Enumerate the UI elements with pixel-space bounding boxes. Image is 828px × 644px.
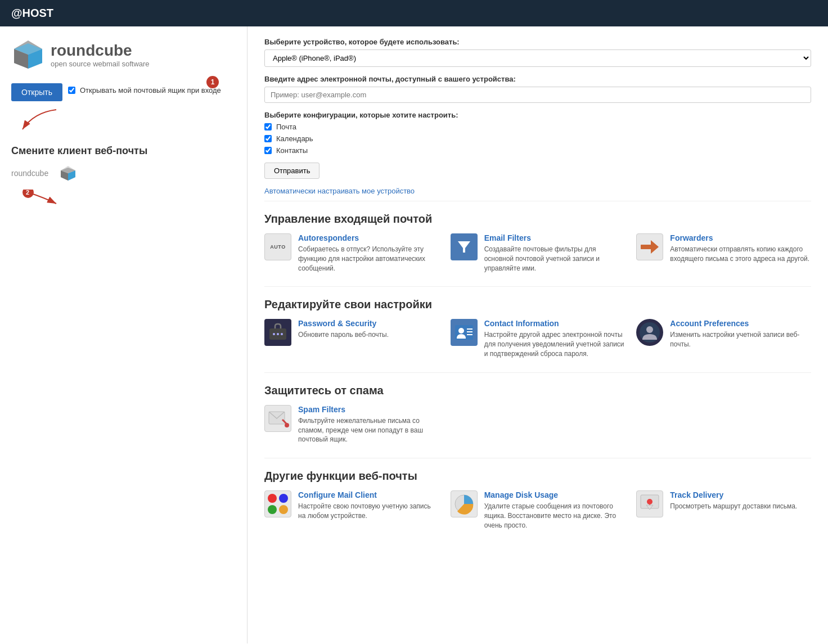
email-filters-title[interactable]: Email Filters	[484, 233, 626, 242]
divider-3	[264, 372, 811, 373]
device-label: Выберите устройство, которое будете испо…	[264, 38, 811, 46]
divider-4	[264, 458, 811, 458]
card-email-filters: Email Filters Создавайте почтовые фильтр…	[451, 233, 626, 273]
small-cube-icon	[60, 165, 76, 182]
open-inbox-label: Открывать мой почтовый ящик при входе	[80, 86, 221, 94]
spam-filters-desc: Фильтруйте нежелательные письма со спамо…	[298, 416, 439, 444]
svg-text:2: 2	[26, 190, 29, 196]
spam-icon-svg	[267, 407, 289, 430]
disk-icon-svg	[453, 493, 475, 515]
svg-marker-16	[651, 240, 659, 254]
switch-webmail-title: Смените клиент веб-почты	[11, 145, 236, 157]
manage-disk-desc: Удалите старые сообщения из почтового ящ…	[484, 502, 626, 530]
open-inbox-checkbox[interactable]	[68, 87, 75, 94]
open-button[interactable]: Открыть	[11, 83, 62, 101]
account-preferences-content: Account Preferences Изменить настройки у…	[670, 319, 811, 349]
track-delivery-desc: Просмотреть маршрут доставки письма.	[670, 502, 797, 511]
password-security-title[interactable]: Password & Security	[298, 319, 389, 328]
spam-filters-content: Spam Filters Фильтруйте нежелательные пи…	[298, 405, 439, 444]
contact-information-title[interactable]: Contact Information	[484, 319, 626, 328]
svg-point-20	[281, 333, 283, 335]
svg-point-32	[279, 494, 288, 503]
contact-icon-svg	[453, 322, 475, 343]
spam-cards: Spam Filters Фильтруйте нежелательные пи…	[264, 405, 811, 444]
svg-point-37	[647, 499, 652, 505]
open-inbox-row: Открывать мой почтовый ящик при входе	[68, 86, 221, 94]
config-calendar-row: Календарь	[264, 134, 811, 143]
card-account-preferences: Account Preferences Изменить настройки у…	[636, 319, 811, 358]
configure-mail-title[interactable]: Configure Mail Client	[298, 490, 439, 499]
manage-disk-title[interactable]: Manage Disk Usage	[484, 490, 626, 499]
autoresponders-title[interactable]: Autoresponders	[298, 233, 439, 242]
webmail-switch-section: roundcube	[11, 163, 236, 184]
spam-filters-title[interactable]: Spam Filters	[298, 405, 439, 414]
config-mail-checkbox[interactable]	[264, 123, 272, 130]
card-autoresponders: AUTO Autoresponders Собираетесь в отпуск…	[264, 233, 439, 273]
track-delivery-icon	[636, 490, 663, 517]
forwarders-icon	[636, 233, 663, 260]
settings-title: Редактируйте свои настройки	[264, 298, 811, 311]
account-icon-svg	[639, 322, 660, 343]
account-preferences-icon	[636, 319, 663, 346]
auto-config-link[interactable]: Автоматически настраивать мое устройство	[264, 187, 415, 195]
svg-point-27	[646, 326, 653, 333]
left-panel: roundcube open source webmail software О…	[0, 26, 248, 643]
track-delivery-content: Track Delivery Просмотреть маршрут доста…	[670, 490, 797, 511]
svg-point-22	[458, 328, 464, 334]
forwarders-title[interactable]: Forwarders	[670, 233, 811, 242]
autoresponders-content: Autoresponders Собираетесь в отпуск? Исп…	[298, 233, 439, 273]
card-manage-disk: Manage Disk Usage Удалите старые сообщен…	[451, 490, 626, 530]
webmail-logo-small[interactable]: roundcube	[11, 163, 236, 184]
annotation-badge-1: 1	[206, 76, 219, 88]
svg-point-34	[279, 505, 288, 514]
account-preferences-title[interactable]: Account Preferences	[670, 319, 811, 328]
manage-disk-icon	[451, 490, 478, 517]
config-checkboxes: Почта Календарь Контакты	[264, 123, 811, 155]
config-calendar-checkbox[interactable]	[264, 135, 272, 142]
card-track-delivery: Track Delivery Просмотреть маршрут доста…	[636, 490, 811, 530]
email-input[interactable]	[264, 87, 811, 103]
config-mail-label: Почта	[276, 123, 296, 131]
funnel-icon	[456, 239, 472, 255]
card-forwarders: Forwarders Автоматически отправлять копи…	[636, 233, 811, 273]
svg-point-19	[277, 333, 279, 335]
config-label: Выберите конфигурации, которые хотите на…	[264, 111, 811, 119]
svg-point-31	[268, 494, 277, 503]
autoresponders-desc: Собираетесь в отпуск? Используйте эту фу…	[298, 245, 439, 273]
forward-arrow-icon	[638, 236, 661, 258]
email-filters-desc: Создавайте почтовые фильтры для основной…	[484, 245, 626, 273]
email-filters-content: Email Filters Создавайте почтовые фильтр…	[484, 233, 626, 273]
roundcube-cube-icon	[11, 38, 45, 71]
svg-text:roundcube: roundcube	[11, 169, 48, 178]
card-password-security: Password & Security Обновите пароль веб-…	[264, 319, 439, 358]
svg-point-30	[285, 423, 289, 427]
small-roundcube-logo: roundcube	[11, 165, 56, 182]
svg-marker-14	[458, 241, 470, 253]
track-delivery-title[interactable]: Track Delivery	[670, 490, 797, 499]
config-contacts-row: Контакты	[264, 146, 811, 155]
config-calendar-label: Календарь	[276, 134, 313, 143]
device-select[interactable]: Apple® (iPhone®, iPad®)	[264, 49, 811, 67]
card-contact-information: Contact Information Настройте другой адр…	[451, 319, 626, 358]
spam-filters-icon	[264, 405, 291, 432]
settings-cards: Password & Security Обновите пароль веб-…	[264, 319, 811, 358]
password-icon-svg	[267, 322, 289, 343]
send-button[interactable]: Отправить	[264, 163, 320, 179]
configure-mail-desc: Настройте свою почтовую учетную запись н…	[298, 502, 439, 521]
autoresponders-icon: AUTO	[264, 233, 291, 260]
logo-text: roundcube	[51, 42, 150, 60]
arrow-annotation-1	[11, 107, 79, 135]
password-security-icon	[264, 319, 291, 346]
right-panel: Выберите устройство, которое будете испо…	[248, 26, 828, 643]
roundcube-logo: roundcube open source webmail software	[11, 38, 236, 71]
card-configure-mail: Configure Mail Client Настройте свою поч…	[264, 490, 439, 530]
contact-information-content: Contact Information Настройте другой адр…	[484, 319, 626, 358]
configure-icon-svg	[267, 493, 289, 515]
divider-1	[264, 201, 811, 201]
annotation-area	[11, 107, 236, 135]
configure-mail-content: Configure Mail Client Настройте свою поч…	[298, 490, 439, 521]
email-label: Введите адрес электронной почты, доступн…	[264, 75, 811, 83]
other-title: Другие функции веб-почты	[264, 470, 811, 483]
config-contacts-checkbox[interactable]	[264, 147, 272, 154]
incoming-mail-title: Управление входящей почтой	[264, 213, 811, 226]
